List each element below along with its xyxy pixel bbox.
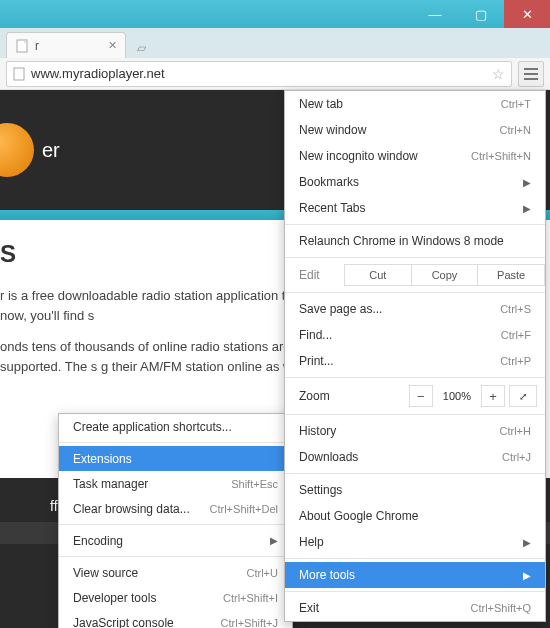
menu-separator <box>285 224 545 225</box>
tab-title: r <box>35 39 39 53</box>
chevron-right-icon: ▶ <box>270 535 278 546</box>
tab-close-icon[interactable]: ✕ <box>108 39 117 52</box>
menu-separator <box>285 292 545 293</box>
site-logo-icon <box>0 123 34 177</box>
menu-item-new-tab[interactable]: New tabCtrl+T <box>285 91 545 117</box>
menu-item-new-incognito[interactable]: New incognito windowCtrl+Shift+N <box>285 143 545 169</box>
menu-item-recent-tabs[interactable]: Recent Tabs▶ <box>285 195 545 221</box>
chevron-right-icon: ▶ <box>523 203 531 214</box>
menu-edit-row: Edit Cut Copy Paste <box>285 261 545 289</box>
chevron-right-icon: ▶ <box>523 570 531 581</box>
window-maximize-button[interactable]: ▢ <box>458 0 504 28</box>
chevron-right-icon: ▶ <box>523 537 531 548</box>
menu-item-history[interactable]: HistoryCtrl+H <box>285 418 545 444</box>
edit-label: Edit <box>285 268 345 282</box>
menu-separator <box>285 414 545 415</box>
copy-button[interactable]: Copy <box>411 264 479 286</box>
file-icon <box>13 67 25 81</box>
menu-item-settings[interactable]: Settings <box>285 477 545 503</box>
menu-item-extensions[interactable]: Extensions <box>59 446 292 471</box>
menu-item-find[interactable]: Find...Ctrl+F <box>285 322 545 348</box>
window-titlebar: — ▢ ✕ <box>0 0 550 28</box>
menu-item-exit[interactable]: ExitCtrl+Shift+Q <box>285 595 545 621</box>
cut-button[interactable]: Cut <box>344 264 412 286</box>
menu-item-create-shortcuts[interactable]: Create application shortcuts... <box>59 414 292 439</box>
new-tab-button[interactable]: ▱ <box>130 38 152 58</box>
menu-item-save-page[interactable]: Save page as...Ctrl+S <box>285 296 545 322</box>
chrome-menu-button[interactable] <box>518 61 544 87</box>
bookmark-star-icon[interactable]: ☆ <box>492 66 505 82</box>
browser-tab[interactable]: r ✕ <box>6 32 126 58</box>
menu-separator <box>59 524 292 525</box>
zoom-out-button[interactable]: − <box>409 385 433 407</box>
menu-separator <box>285 377 545 378</box>
menu-item-new-window[interactable]: New windowCtrl+N <box>285 117 545 143</box>
zoom-value: 100% <box>437 390 477 402</box>
svg-rect-1 <box>14 68 24 80</box>
menu-item-task-manager[interactable]: Task managerShift+Esc <box>59 471 292 496</box>
page-icon <box>15 39 29 53</box>
menu-item-downloads[interactable]: DownloadsCtrl+J <box>285 444 545 470</box>
menu-separator <box>285 558 545 559</box>
url-input[interactable]: www.myradioplayer.net ☆ <box>6 61 512 87</box>
menu-item-more-tools[interactable]: More tools▶ <box>285 562 545 588</box>
menu-item-js-console[interactable]: JavaScript consoleCtrl+Shift+J <box>59 610 292 628</box>
menu-item-print[interactable]: Print...Ctrl+P <box>285 348 545 374</box>
menu-separator <box>59 442 292 443</box>
fullscreen-button[interactable]: ⤢ <box>509 385 537 407</box>
paste-button[interactable]: Paste <box>477 264 545 286</box>
menu-item-developer-tools[interactable]: Developer toolsCtrl+Shift+I <box>59 585 292 610</box>
menu-separator <box>285 257 545 258</box>
menu-item-clear-data[interactable]: Clear browsing data...Ctrl+Shift+Del <box>59 496 292 521</box>
menu-zoom-row: Zoom − 100% + ⤢ <box>285 381 545 411</box>
site-logo-text: er <box>42 139 60 162</box>
menu-item-about[interactable]: About Google Chrome <box>285 503 545 529</box>
menu-item-relaunch-win8[interactable]: Relaunch Chrome in Windows 8 mode <box>285 228 545 254</box>
menu-separator <box>285 473 545 474</box>
menu-item-encoding[interactable]: Encoding▶ <box>59 528 292 553</box>
url-text: www.myradioplayer.net <box>31 66 165 81</box>
menu-item-view-source[interactable]: View sourceCtrl+U <box>59 560 292 585</box>
window-minimize-button[interactable]: — <box>412 0 458 28</box>
window-close-button[interactable]: ✕ <box>504 0 550 28</box>
chevron-right-icon: ▶ <box>523 177 531 188</box>
menu-item-help[interactable]: Help▶ <box>285 529 545 555</box>
address-bar: www.myradioplayer.net ☆ <box>0 58 550 90</box>
zoom-in-button[interactable]: + <box>481 385 505 407</box>
tab-strip: r ✕ ▱ <box>0 28 550 58</box>
more-tools-submenu: Create application shortcuts... Extensio… <box>58 413 293 628</box>
menu-separator <box>285 591 545 592</box>
chrome-main-menu: New tabCtrl+T New windowCtrl+N New incog… <box>284 90 546 622</box>
menu-item-bookmarks[interactable]: Bookmarks▶ <box>285 169 545 195</box>
zoom-label: Zoom <box>285 389 355 403</box>
menu-separator <box>59 556 292 557</box>
